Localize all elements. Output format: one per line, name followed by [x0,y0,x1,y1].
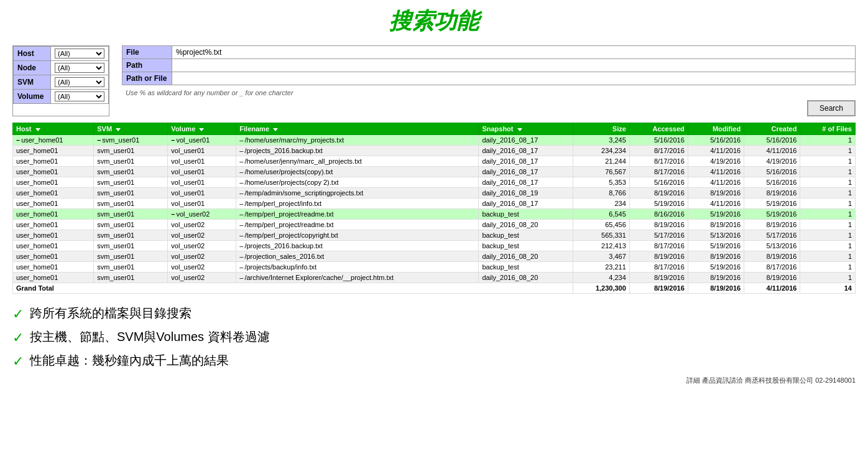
col-header-volume[interactable]: Volume [168,123,236,135]
table-row: user_home01svm_user01vol_user01–/home/us… [13,167,856,177]
path-or-file-label: Path or File [122,72,172,85]
table-row: user_home01svm_user01vol_user02–/project… [13,241,856,251]
check-icon-2: ✓ [12,330,24,346]
host-filter-select[interactable]: (All) [55,49,104,58]
grand-total-row: Grand Total 1,230,300 8/19/2016 8/19/201… [13,283,856,294]
col-header-size: Size [573,123,629,135]
table-row: user_home01svm_user01vol_user01–/project… [13,146,856,156]
host-sort-icon [35,128,40,131]
col-header-snapshot[interactable]: Snapshot [479,123,573,135]
svm-sort-icon [116,128,121,131]
col-header-modified: Modified [688,123,744,135]
table-row: user_home01svm_user01vol_user01–/home/us… [13,156,856,167]
node-filter-cell: (All) [51,61,109,75]
table-row: –user_home01–svm_user01–vol_user01–/home… [13,135,856,146]
table-row: user_home01svm_user01vol_user01–/home/us… [13,177,856,188]
search-file-row: File [122,46,856,59]
node-filter-label: Node [14,61,51,75]
grand-total-size: 1,230,300 [573,283,629,294]
search-button-row: Search [122,100,856,116]
path-search-input[interactable] [176,61,851,70]
host-filter-label: Host [14,47,51,61]
feature-text-1: 跨所有系統的檔案與目錄搜索 [30,305,192,322]
col-header-svm[interactable]: SVM [94,123,168,135]
wildcard-hint: Use % as wildcard for any number or _ fo… [122,88,856,98]
filter-svm-row: SVM (All) [14,75,109,90]
table-row: user_home01svm_user01vol_user02–/temp/pe… [13,220,856,230]
filename-sort-icon [273,128,278,131]
feature-text-2: 按主機、節點、SVM與Volumes 資料卷過濾 [30,329,270,345]
features-section: ✓ 跨所有系統的檔案與目錄搜索 ✓ 按主機、節點、SVM與Volumes 資料卷… [12,305,856,370]
top-section: Host (All) Node (All) SVM [12,45,856,116]
node-filter-select[interactable]: (All) [55,63,104,73]
filter-node-row: Node (All) [14,61,109,75]
file-search-label: File [122,46,172,59]
table-row: user_home01svm_user01vol_user02–/temp/pe… [13,230,856,241]
search-path-row: Path [122,59,856,72]
volume-sort-icon [199,128,204,131]
search-panel: File Path Path or File Use % as wildcard… [122,45,856,116]
volume-filter-select[interactable]: (All) [55,91,104,101]
results-table: Host SVM Volume Filename Snapshot Size A… [12,123,856,294]
col-header-host[interactable]: Host [13,123,94,135]
file-search-input[interactable] [176,48,851,57]
feature-item-1: ✓ 跨所有系統的檔案與目錄搜索 [12,305,856,322]
path-or-file-input[interactable] [176,74,851,83]
check-icon-1: ✓ [12,306,24,322]
volume-filter-label: Volume [14,90,51,104]
path-search-cell [172,59,856,72]
grand-total-label: Grand Total [13,283,573,294]
path-search-label: Path [122,59,172,72]
table-row: user_home01svm_user01vol_user02–/archive… [13,273,856,283]
snapshot-sort-icon [517,128,522,131]
filter-panel: Host (All) Node (All) SVM [12,45,109,116]
feature-item-3: ✓ 性能卓越：幾秒鐘內成千上萬的結果 [12,352,856,370]
col-header-files: # of Files [800,123,856,135]
col-header-filename[interactable]: Filename [236,123,479,135]
table-row: user_home01svm_user01vol_user01–/temp/pe… [13,198,856,209]
col-header-created: Created [744,123,800,135]
grand-total-accessed: 8/19/2016 [629,283,688,294]
filter-host-row: Host (All) [14,47,109,61]
grand-total-modified: 8/19/2016 [688,283,744,294]
check-icon-3: ✓ [12,353,24,370]
path-or-file-cell [172,72,856,85]
grand-total-created: 4/11/2016 [744,283,800,294]
footer-note: 詳細 產品資訊請洽 商丞科技股份有限公司 02-29148001 [12,376,856,385]
host-filter-cell: (All) [51,47,109,61]
svm-filter-select[interactable]: (All) [55,77,104,87]
search-button[interactable]: Search [807,100,856,116]
page-title: 搜索功能 [12,6,856,37]
feature-item-2: ✓ 按主機、節點、SVM與Volumes 資料卷過濾 [12,329,856,346]
filter-volume-row: Volume (All) [14,90,109,104]
file-search-cell [172,46,856,59]
table-body: –user_home01–svm_user01–vol_user01–/home… [13,135,856,283]
grand-total-files: 14 [800,283,856,294]
svm-filter-label: SVM [14,75,51,90]
svm-filter-cell: (All) [51,75,109,90]
table-row: user_home01svm_user01vol_user02–/project… [13,251,856,262]
table-row: user_home01svm_user01vol_user01–/temp/ad… [13,188,856,198]
search-path-or-file-row: Path or File [122,72,856,85]
table-row: user_home01svm_user01vol_user02–/project… [13,262,856,273]
volume-filter-cell: (All) [51,90,109,104]
table-header-row: Host SVM Volume Filename Snapshot Size A… [13,123,856,135]
col-header-accessed: Accessed [629,123,688,135]
feature-text-3: 性能卓越：幾秒鐘內成千上萬的結果 [30,352,229,369]
table-row: user_home01svm_user01–vol_user02–/temp/p… [13,209,856,220]
